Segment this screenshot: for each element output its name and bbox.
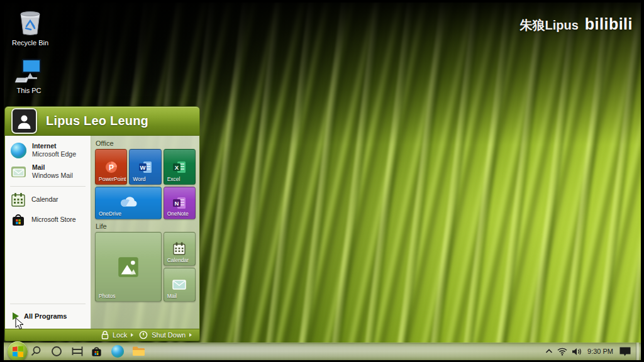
onenote-icon: N [172,195,187,211]
bilibili-logo: bilibili [585,15,633,33]
watermark: 朱狼Lipus bilibili [519,15,633,34]
calendar-icon [11,192,26,207]
clock[interactable]: 9:30 PM [586,348,614,355]
tile-calendar[interactable]: Calendar [164,232,196,266]
desktop: Recycle Bin This PC 朱狼Lipus bilibili Lip… [0,0,644,362]
volume-icon[interactable] [572,348,582,356]
cortana-button[interactable] [48,343,65,360]
microsoft-store-icon [91,346,103,358]
photos-icon [115,254,142,280]
item-subtitle: Microsoft Edge [32,150,76,158]
all-programs-arrow-icon [13,312,19,320]
item-title: Calendar [31,195,58,204]
windows-logo-icon [13,346,23,357]
start-menu-item-mail[interactable]: Mail Windows Mail [5,161,91,182]
microsoft-store-icon [11,212,26,228]
search-icon [30,346,42,357]
task-view-icon [71,346,84,357]
tile-label: Word [133,176,145,182]
excel-icon: X [172,160,187,175]
word-icon: W [138,160,153,175]
file-explorer-icon [132,346,145,357]
divider [10,304,86,304]
all-programs-button[interactable]: All Programs [5,307,91,326]
action-center-icon[interactable] [619,346,631,357]
show-desktop-button[interactable] [636,343,639,360]
tray-chevron-up-icon[interactable] [545,348,553,354]
item-title: Microsoft Store [31,216,76,224]
svg-text:W: W [140,164,146,171]
onedrive-icon [118,195,139,211]
svg-text:P: P [109,163,114,172]
tile-photos[interactable]: Photos [95,232,162,302]
tile-excel[interactable]: X Excel [164,149,196,185]
start-menu-item-microsoft-store[interactable]: Microsoft Store [5,210,91,230]
submenu-arrow-icon [189,333,192,337]
shutdown-button[interactable]: Shut Down [139,331,192,339]
tile-label: OneNote [167,211,189,217]
group-label-life: Life [96,222,195,230]
taskbar: 9:30 PM [0,343,644,360]
tile-label: Calendar [167,257,189,263]
office-tile-grid: P PowerPoint W Word [95,149,196,219]
file-explorer-button[interactable] [130,343,147,360]
svg-text:N: N [175,200,179,207]
tile-onenote[interactable]: N OneNote [164,187,196,219]
tile-label: PowerPoint [99,176,126,182]
lock-button[interactable]: Lock [101,331,133,339]
desktop-icon-label: This PC [16,87,41,94]
start-menu-body: Internet Microsoft Edge Mail Windows Mai… [4,136,200,329]
divider [10,186,86,187]
all-programs-label: All Programs [24,312,67,320]
cortana-icon [51,346,62,357]
group-label-office: Office [96,140,195,147]
start-menu-footer: Lock Shut Down [4,329,200,341]
tile-label: Excel [167,176,180,182]
start-menu-tile-panel: Office P PowerPoint [91,136,199,329]
calendar-icon [172,241,187,256]
tile-label: Photos [99,293,115,299]
user-name: Lipus Leo Leung [46,114,148,128]
edge-icon [111,345,124,358]
watermark-author: 朱狼Lipus [519,17,578,34]
item-title: Mail [32,163,73,172]
network-wifi-icon[interactable] [557,348,567,356]
life-tile-grid: Photos Calendar [95,232,196,302]
desktop-icon-recycle-bin[interactable]: Recycle Bin [6,8,54,47]
mail-icon [171,277,187,293]
task-view-button[interactable] [69,343,86,360]
tile-word[interactable]: W Word [129,149,161,185]
system-tray: 9:30 PM [545,343,639,360]
item-title: Internet [32,142,76,150]
tile-onedrive[interactable]: OneDrive [95,187,162,219]
start-menu-header: Lipus Leo Leung [4,106,200,136]
user-silhouette-icon [16,112,33,129]
desktop-icon-this-pc[interactable]: This PC [5,57,53,94]
submenu-arrow-icon [131,333,133,337]
edge-button[interactable] [109,343,126,360]
powerpoint-icon: P [104,160,119,175]
lock-icon [101,331,109,339]
start-menu-left-column: Internet Microsoft Edge Mail Windows Mai… [5,136,91,329]
tile-label: Mail [167,293,177,299]
power-icon [139,331,148,339]
search-button[interactable] [27,343,45,360]
start-menu-item-calendar[interactable]: Calendar [5,190,91,210]
start-button[interactable] [8,341,28,361]
mail-icon [11,164,26,180]
tile-powerpoint[interactable]: P PowerPoint [95,149,127,185]
shutdown-label: Shut Down [152,331,186,339]
this-pc-icon [14,57,43,84]
item-subtitle: Windows Mail [32,172,73,180]
recycle-bin-icon [17,8,43,36]
user-avatar[interactable] [11,108,37,134]
desktop-icon-label: Recycle Bin [12,39,48,47]
start-menu: Lipus Leo Leung Internet Microsoft Edge [4,106,200,341]
tile-mail[interactable]: Mail [164,268,196,302]
tile-label: OneDrive [99,211,121,217]
svg-text:X: X [175,164,179,171]
lock-label: Lock [113,331,127,339]
edge-icon [11,143,26,158]
microsoft-store-button[interactable] [87,343,105,360]
start-menu-item-internet[interactable]: Internet Microsoft Edge [5,140,91,161]
